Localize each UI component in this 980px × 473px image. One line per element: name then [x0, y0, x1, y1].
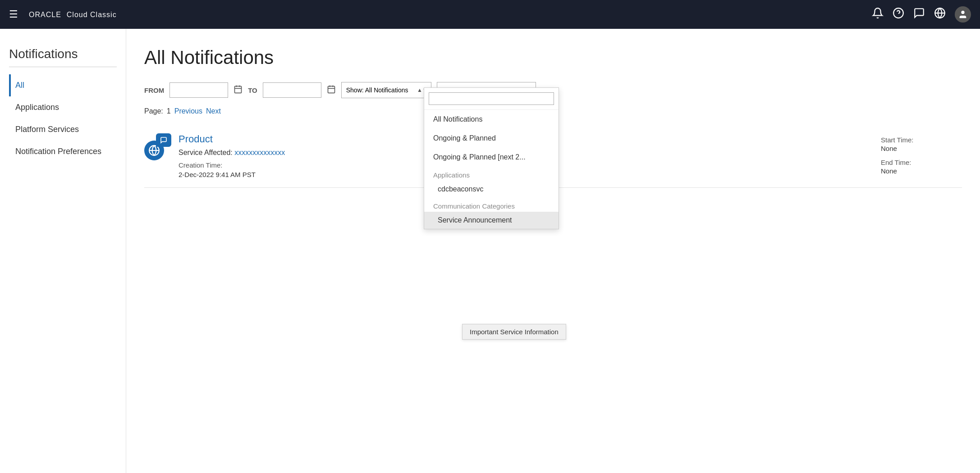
- sidebar-item-applications[interactable]: Applications: [9, 96, 117, 118]
- chat-icon[interactable]: [913, 7, 925, 22]
- to-calendar-icon[interactable]: [327, 85, 336, 96]
- from-date-input[interactable]: [169, 82, 228, 98]
- end-time-label: End Time:: [881, 159, 962, 166]
- start-time-label: Start Time:: [881, 136, 962, 144]
- start-time-value: None: [881, 145, 962, 152]
- page-label: Page:: [144, 107, 163, 115]
- app-header: ☰ ORACLE Cloud Classic: [0, 0, 980, 29]
- globe-icon[interactable]: [934, 7, 946, 22]
- dropdown-item-ongoing-planned[interactable]: Ongoing & Planned: [424, 129, 559, 148]
- svg-rect-9: [328, 86, 334, 93]
- next-link[interactable]: Next: [206, 107, 221, 115]
- show-dropdown-menu: All Notifications Ongoing & Planned Ongo…: [424, 87, 559, 229]
- dropdown-category-communication: Communication Categories: [424, 198, 559, 212]
- bell-icon[interactable]: [872, 7, 884, 22]
- sidebar-title: Notifications: [9, 47, 117, 67]
- notification-side-info: Start Time: None End Time: None: [881, 133, 962, 175]
- dropdown-search-wrapper: [424, 88, 559, 110]
- to-date-input[interactable]: [263, 82, 321, 98]
- hamburger-menu-icon[interactable]: ☰: [9, 9, 18, 20]
- from-label: FROM: [144, 86, 164, 94]
- dropdown-item-all-notifications[interactable]: All Notifications: [424, 110, 559, 129]
- dropdown-item-cdcbeaconsvc[interactable]: cdcbeaconsvc: [424, 181, 559, 198]
- previous-link[interactable]: Previous: [174, 107, 202, 115]
- sidebar-item-platform-services[interactable]: Platform Services: [9, 118, 117, 141]
- oracle-logo: ORACLE Cloud Classic: [26, 10, 117, 19]
- show-dropdown-wrapper[interactable]: Show: All Notifications ▲▼: [341, 82, 431, 98]
- service-affected-link[interactable]: xxxxxxxxxxxxxx: [234, 149, 285, 156]
- sidebar-nav: All Applications Platform Services Notif…: [9, 74, 117, 163]
- svg-point-4: [961, 11, 964, 14]
- svg-rect-5: [235, 86, 242, 93]
- sidebar: Notifications All Applications Platform …: [0, 29, 126, 473]
- oracle-subtitle: Cloud Classic: [67, 11, 117, 18]
- show-dropdown[interactable]: Show: All Notifications: [341, 82, 431, 98]
- help-icon[interactable]: [893, 7, 904, 22]
- page-layout: Notifications All Applications Platform …: [0, 29, 980, 473]
- to-label: TO: [248, 86, 257, 94]
- header-left: ☰ ORACLE Cloud Classic: [9, 9, 117, 20]
- important-service-information-tooltip: Important Service Information: [462, 324, 566, 340]
- page-number: 1: [167, 107, 171, 115]
- avatar[interactable]: [955, 6, 971, 23]
- page-title: All Notifications: [144, 47, 962, 68]
- dropdown-item-service-announcement[interactable]: Service Announcement: [424, 212, 559, 229]
- dropdown-item-ongoing-planned-next[interactable]: Ongoing & Planned [next 2...: [424, 148, 559, 167]
- dropdown-search-input[interactable]: [429, 92, 554, 105]
- end-time-value: None: [881, 167, 962, 175]
- sidebar-item-notification-preferences[interactable]: Notification Preferences: [9, 141, 117, 163]
- header-right: [872, 6, 971, 23]
- dropdown-category-applications: Applications: [424, 167, 559, 181]
- service-affected-label: Service Affected:: [179, 149, 233, 156]
- oracle-wordmark: ORACLE: [29, 11, 61, 18]
- chat-notification-icon: [156, 133, 171, 147]
- sidebar-item-all[interactable]: All: [9, 74, 117, 96]
- notification-icon: [144, 133, 171, 160]
- main-content: All Notifications FROM TO: [126, 29, 980, 473]
- from-calendar-icon[interactable]: [234, 85, 243, 96]
